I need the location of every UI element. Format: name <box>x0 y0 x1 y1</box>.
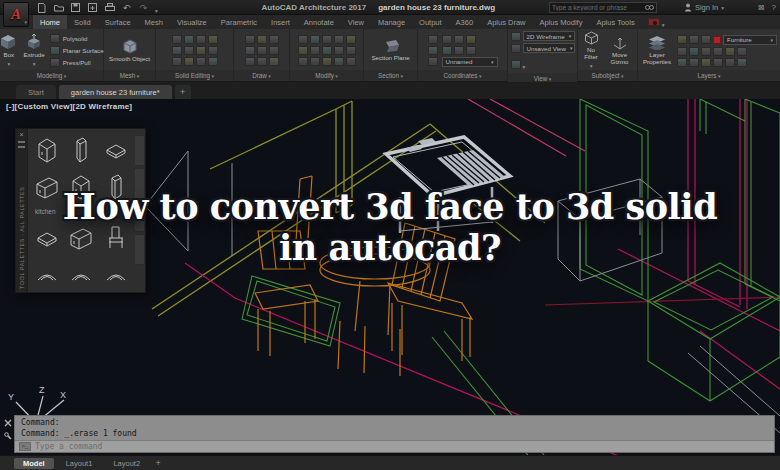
draw-tool[interactable] <box>257 35 267 44</box>
layer-tool[interactable] <box>701 47 711 56</box>
ucs-name-dropdown[interactable]: Unnamed <box>442 57 498 67</box>
ucs-tool[interactable] <box>466 35 476 44</box>
palette-close-icon[interactable]: × <box>19 131 23 138</box>
open-file-button[interactable] <box>53 2 64 13</box>
drawing-viewport[interactable]: [-][Custom View][2D Wireframe] <box>0 99 780 470</box>
ucs-tool[interactable] <box>428 35 438 44</box>
layout2-tab[interactable]: Layout2 <box>104 458 149 469</box>
save-as-button[interactable] <box>87 2 98 13</box>
modify-tool[interactable] <box>334 46 344 55</box>
modify-tool[interactable] <box>346 35 356 44</box>
solid-editing-tool[interactable] <box>196 57 206 66</box>
move-gizmo-button[interactable]: Move Gizmo <box>605 36 634 66</box>
draw-tool[interactable] <box>257 46 267 55</box>
layer-tool[interactable] <box>737 47 747 56</box>
layer-tool[interactable] <box>713 47 723 56</box>
modify-tool[interactable] <box>334 35 344 44</box>
ribbon-tab-view[interactable]: View <box>341 15 371 29</box>
palette-item-sink[interactable] <box>99 132 133 168</box>
modify-tool[interactable] <box>298 46 308 55</box>
layer-tool[interactable] <box>725 47 735 56</box>
view-tool[interactable] <box>511 60 521 69</box>
ribbon-tab-aplus-modify[interactable]: Aplus Modify <box>533 15 590 29</box>
command-input-row[interactable]: >_ <box>15 440 774 452</box>
draw-tool[interactable] <box>245 46 255 55</box>
draw-tool[interactable] <box>245 35 255 44</box>
smooth-object-button[interactable]: Smooth Object <box>108 39 151 63</box>
solid-editing-tool[interactable] <box>172 35 182 44</box>
panel-coordinates-footer[interactable]: Coordinates <box>418 70 507 81</box>
layer-tool[interactable] <box>725 58 735 67</box>
ribbon-tab-manage[interactable]: Manage <box>371 15 412 29</box>
ucs-tool[interactable] <box>442 35 452 44</box>
panel-subobject-footer[interactable]: Subobject <box>578 70 637 81</box>
draw-tool[interactable] <box>269 35 279 44</box>
doc-tab-start[interactable]: Start <box>16 85 56 99</box>
palette-side-tab[interactable] <box>135 135 145 166</box>
extrude-button[interactable]: Extrude <box>22 34 45 68</box>
ucs-tool[interactable] <box>466 46 476 55</box>
current-layer-dropdown[interactable]: Furniture <box>723 35 777 45</box>
layer-lock-icon[interactable] <box>701 35 711 44</box>
named-view-dropdown[interactable]: Unsaved View <box>523 43 575 53</box>
search-input[interactable] <box>552 4 643 11</box>
draw-tool[interactable] <box>245 57 255 66</box>
draw-tool[interactable] <box>269 46 279 55</box>
modify-tool[interactable] <box>334 57 344 66</box>
ribbon-tab-annotate[interactable]: Annotate <box>297 15 341 29</box>
solid-editing-tool[interactable] <box>208 35 218 44</box>
layout1-tab[interactable]: Layout1 <box>57 458 102 469</box>
draw-tool[interactable] <box>257 57 267 66</box>
panel-modeling-footer[interactable]: Modeling <box>0 70 103 81</box>
exchange-apps-icon[interactable]: ⊠ <box>758 3 765 12</box>
sign-in-control[interactable]: Sign In <box>684 0 724 15</box>
palette-autohide-icon[interactable] <box>18 141 25 143</box>
ribbon-tab-parametric[interactable]: Parametric <box>214 15 264 29</box>
ribbon-tab-mesh[interactable]: Mesh <box>138 15 170 29</box>
layer-tool[interactable] <box>737 58 747 67</box>
planar-surface-button[interactable]: Planar Surface <box>50 46 104 55</box>
help-icon[interactable]: ? <box>772 3 776 12</box>
redo-button[interactable]: ↷ <box>138 2 149 13</box>
modify-tool[interactable] <box>310 46 320 55</box>
press-pull-button[interactable]: Press/Pull <box>50 58 104 67</box>
layer-tool[interactable] <box>689 58 699 67</box>
panel-layers-footer[interactable]: Layers <box>638 70 780 81</box>
command-window-body[interactable]: Command: Command: _.erase 1 found >_ <box>14 415 775 453</box>
ribbon-tab-output[interactable]: Output <box>412 15 449 29</box>
solid-editing-tool[interactable] <box>184 57 194 66</box>
polysolid-button[interactable]: Polysolid <box>50 34 104 43</box>
section-plane-button[interactable]: Section Plane <box>370 39 410 62</box>
ucs-tool[interactable] <box>442 46 452 55</box>
no-filter-button[interactable]: No Filter <box>581 31 601 69</box>
command-customize-wrench-icon[interactable] <box>4 432 12 440</box>
ucs-tool[interactable] <box>454 46 464 55</box>
ribbon-tab-insert[interactable]: Insert <box>264 15 297 29</box>
panel-draw-footer[interactable]: Draw <box>234 70 289 81</box>
ribbon-tab-aplus-tools[interactable]: Aplus Tools <box>589 15 641 29</box>
help-search-box[interactable] <box>549 2 657 13</box>
modify-tool[interactable] <box>346 46 356 55</box>
ribbon-tab-home[interactable]: Home <box>33 15 67 29</box>
modify-tool[interactable] <box>298 57 308 66</box>
layer-tool[interactable] <box>701 58 711 67</box>
solid-editing-tool[interactable] <box>208 57 218 66</box>
modify-tool[interactable] <box>322 35 332 44</box>
layer-on-icon[interactable] <box>677 35 687 44</box>
ribbon-tab-a360[interactable]: A360 <box>449 15 481 29</box>
modify-tool[interactable] <box>322 57 332 66</box>
palette-item-cabinet[interactable] <box>30 132 64 168</box>
command-input[interactable] <box>35 442 770 451</box>
plot-button[interactable] <box>104 2 115 13</box>
ribbon-tab-aplus-draw[interactable]: Aplus Draw <box>480 15 532 29</box>
layer-tool[interactable] <box>713 58 723 67</box>
modify-tool[interactable] <box>310 57 320 66</box>
new-drawing-tab-button[interactable]: + <box>175 85 191 99</box>
model-tab[interactable]: Model <box>14 458 54 469</box>
command-close-icon[interactable] <box>4 419 12 427</box>
palette-properties-icon[interactable] <box>18 146 25 148</box>
modify-tool[interactable] <box>310 35 320 44</box>
panel-modify-footer[interactable]: Modify <box>290 70 363 81</box>
doc-tab-current-drawing[interactable]: garden house 23 furniture* <box>59 85 172 99</box>
ribbon-tab-solid[interactable]: Solid <box>67 15 98 29</box>
